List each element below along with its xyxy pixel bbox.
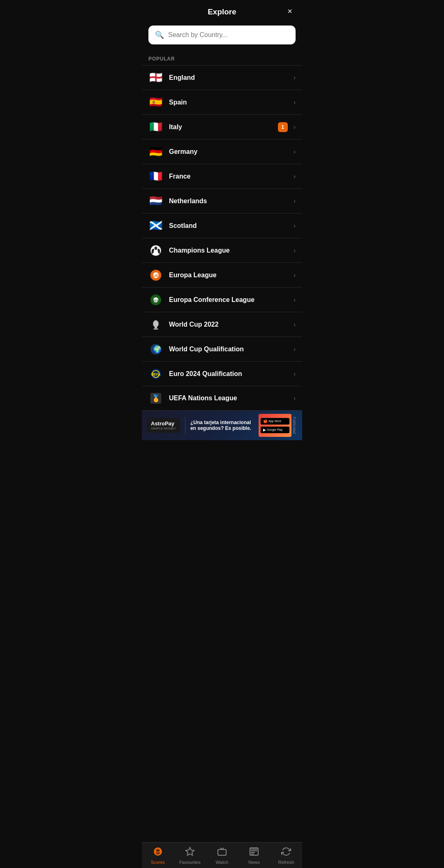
country-list: 🏴󠁧󠁢󠁥󠁮󠁧󠁿England›🇪🇸Spain›🇮🇹Italy1›🇩🇪German… (142, 65, 302, 411)
svg-point-12 (153, 320, 158, 327)
euro-2024-icon: UEFA (148, 367, 163, 381)
euro-2024-label: Euro 2024 Qualification (169, 370, 288, 378)
italy-chevron-icon: › (294, 123, 296, 131)
ad-logo: AstroPay SIMPLE MONEY (147, 418, 180, 433)
world-cup-qual-chevron-icon: › (294, 346, 296, 353)
svg-text:UE: UE (153, 273, 158, 277)
list-item-france[interactable]: 🇫🇷France› (142, 164, 302, 188)
england-chevron-icon: › (294, 74, 296, 81)
world-cup-2022-icon (148, 317, 163, 332)
europa-league-label: Europa League (169, 272, 288, 279)
search-container: 🔍 (142, 22, 302, 51)
svg-text:🌍: 🌍 (153, 345, 162, 353)
england-label: England (169, 74, 288, 81)
nations-league-chevron-icon: › (294, 395, 296, 402)
popular-section-label: POPULAR (142, 51, 302, 65)
europa-conference-chevron-icon: › (294, 296, 296, 304)
google-icon: ▶ (263, 428, 266, 432)
world-cup-2022-chevron-icon: › (294, 321, 296, 328)
netherlands-icon: 🇳🇱 (148, 194, 163, 209)
italy-badge: 1 (278, 122, 288, 132)
list-item-europa-conference[interactable]: ECLEuropa Conference League› (142, 287, 302, 312)
spain-chevron-icon: › (294, 99, 296, 106)
close-button[interactable]: × (286, 5, 294, 17)
france-chevron-icon: › (294, 173, 296, 180)
world-cup-2022-label: World Cup 2022 (169, 321, 288, 328)
google-play-label: Google Play (267, 428, 282, 431)
list-item-europa-league[interactable]: UEEuropa League› (142, 262, 302, 287)
italy-icon: 🇮🇹 (148, 120, 163, 135)
ad-brand-name: AstroPay (151, 420, 176, 427)
spain-label: Spain (169, 99, 288, 106)
list-item-italy[interactable]: 🇮🇹Italy1› (142, 114, 302, 139)
ad-text: ¿Una tarjeta internacional en segundos? … (190, 420, 254, 431)
england-icon: 🏴󠁧󠁢󠁥󠁮󠁧󠁿 (148, 70, 163, 85)
list-item-champions-league[interactable]: Champions League› (142, 238, 302, 262)
svg-rect-13 (155, 327, 157, 328)
apple-icon: 🍎 (263, 419, 268, 423)
google-play-btn: ▶ Google Play (261, 427, 289, 433)
ad-image: 🍎 App Store ▶ Google Play (259, 414, 291, 437)
search-input[interactable] (168, 31, 289, 39)
europa-conference-label: Europa Conference League (169, 296, 288, 304)
app-store-label: App Store (268, 420, 281, 422)
champions-league-label: Champions League (169, 247, 288, 254)
search-bar: 🔍 (148, 26, 296, 44)
champions-league-icon (148, 243, 163, 258)
ad-publicidad-label: Publicidad (291, 417, 297, 434)
germany-label: Germany (169, 148, 288, 155)
svg-text:🏅: 🏅 (152, 394, 161, 403)
world-cup-qual-label: World Cup Qualification (169, 346, 288, 353)
ad-content: AstroPay SIMPLE MONEY ¿Una tarjeta inter… (147, 414, 291, 437)
world-cup-qual-icon: 🌍 (148, 342, 163, 357)
france-icon: 🇫🇷 (148, 169, 163, 184)
list-item-world-cup-qual[interactable]: 🌍World Cup Qualification› (142, 337, 302, 361)
netherlands-chevron-icon: › (294, 197, 296, 205)
spain-icon: 🇪🇸 (148, 95, 163, 110)
svg-text:UEFA: UEFA (151, 372, 160, 376)
ad-separator (185, 417, 185, 434)
list-item-nations-league[interactable]: 🏅UEFA Nations League› (142, 386, 302, 411)
list-item-england[interactable]: 🏴󠁧󠁢󠁥󠁮󠁧󠁿England› (142, 65, 302, 90)
champions-league-chevron-icon: › (294, 247, 296, 254)
france-label: France (169, 173, 288, 180)
list-item-euro-2024[interactable]: UEFAEuro 2024 Qualification› (142, 361, 302, 386)
germany-chevron-icon: › (294, 148, 296, 155)
search-icon: 🔍 (155, 30, 164, 39)
ad-banner[interactable]: AstroPay SIMPLE MONEY ¿Una tarjeta inter… (142, 411, 302, 440)
europa-conference-icon: ECL (148, 292, 163, 307)
list-item-spain[interactable]: 🇪🇸Spain› (142, 90, 302, 114)
europa-league-icon: UE (148, 268, 163, 283)
svg-rect-14 (153, 328, 158, 330)
list-item-germany[interactable]: 🇩🇪Germany› (142, 139, 302, 164)
page-title: Explore (208, 7, 236, 16)
app-store-btn: 🍎 App Store (261, 418, 289, 425)
germany-icon: 🇩🇪 (148, 144, 163, 159)
list-item-world-cup-2022[interactable]: World Cup 2022› (142, 312, 302, 337)
scotland-label: Scotland (169, 222, 288, 230)
nations-league-label: UEFA Nations League (169, 395, 288, 402)
nations-league-icon: 🏅 (148, 391, 163, 406)
svg-text:ECL: ECL (153, 298, 159, 302)
netherlands-label: Netherlands (169, 197, 288, 205)
list-item-scotland[interactable]: 🏴󠁧󠁢󠁳󠁣󠁴󠁿Scotland› (142, 213, 302, 238)
euro-2024-chevron-icon: › (294, 370, 296, 378)
europa-league-chevron-icon: › (294, 272, 296, 279)
header: Explore × (142, 0, 302, 22)
italy-label: Italy (169, 123, 272, 131)
ad-brand-sub: SIMPLE MONEY (151, 427, 176, 430)
scotland-chevron-icon: › (294, 222, 296, 230)
scotland-icon: 🏴󠁧󠁢󠁳󠁣󠁴󠁿 (148, 218, 163, 233)
list-item-netherlands[interactable]: 🇳🇱Netherlands› (142, 188, 302, 213)
